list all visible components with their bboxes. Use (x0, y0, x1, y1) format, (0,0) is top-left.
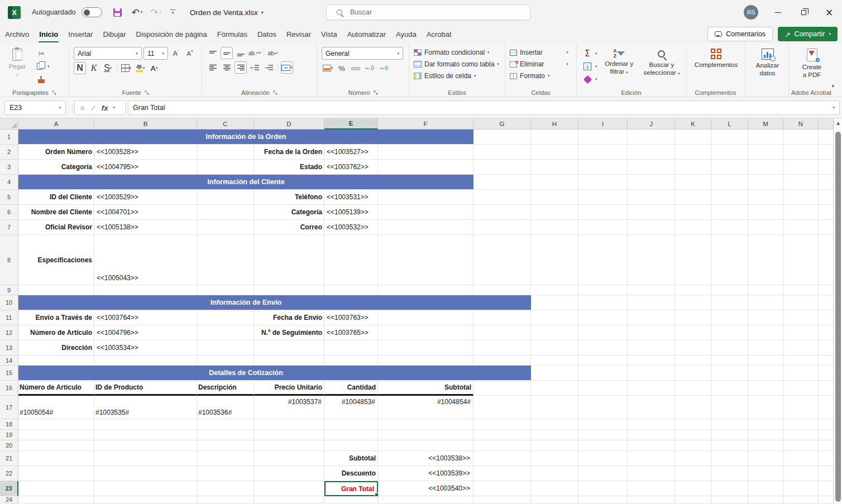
row-header-10[interactable]: 10 (0, 295, 18, 310)
find-select-button[interactable]: Buscar yseleccionar ▾ (641, 47, 682, 87)
cell-H17[interactable] (531, 396, 578, 419)
tab-formulas[interactable]: Fórmulas (212, 25, 252, 44)
format-as-table-button[interactable]: Dar formato como tabla▾ (414, 59, 501, 70)
increase-decimal-button[interactable]: ←.0 (363, 62, 376, 74)
cell-H12[interactable] (531, 325, 578, 340)
cell-D19[interactable] (254, 430, 324, 440)
cell-C16[interactable]: Descripción (197, 381, 254, 396)
cell-L16[interactable] (711, 381, 748, 396)
cell-N8[interactable] (783, 235, 819, 285)
cell-M17[interactable] (748, 396, 783, 419)
cell-E20[interactable] (324, 440, 378, 451)
row-header-12[interactable]: 12 (0, 325, 18, 340)
borders-button[interactable]: ▾ (120, 62, 132, 74)
cell-G14[interactable] (473, 356, 531, 366)
cell-C20[interactable] (197, 440, 254, 451)
cell-partial2[interactable] (819, 145, 834, 160)
minimize-button[interactable] (765, 0, 791, 25)
cell-E12[interactable]: <<1003765>> (324, 325, 378, 340)
cell-C11[interactable] (197, 310, 254, 325)
tab-vista[interactable]: Vista (316, 25, 342, 44)
cell-A5[interactable]: ID del Cliente (18, 190, 94, 205)
cell-I8[interactable] (578, 235, 628, 285)
row-header-17[interactable]: 17 (0, 396, 18, 419)
cell-J4[interactable] (628, 175, 675, 190)
cell-L5[interactable] (711, 190, 748, 205)
cell-F18[interactable] (378, 419, 473, 430)
cell-G19[interactable] (473, 430, 531, 440)
col-header-D[interactable]: D (254, 118, 324, 129)
cell-N1[interactable] (783, 129, 819, 145)
cell-L13[interactable] (711, 340, 748, 356)
cell-D3[interactable]: Estado (254, 160, 324, 175)
cell-E14[interactable] (324, 356, 378, 366)
cell-L12[interactable] (711, 325, 748, 340)
cell-N15[interactable] (783, 366, 819, 381)
cell-E24[interactable] (324, 496, 378, 503)
section-banner-row-15[interactable]: Detalles de Cotización (18, 366, 531, 381)
cell-A17[interactable]: #1005054# (18, 396, 94, 419)
section-banner-row-4[interactable]: Información del Cliente (18, 175, 473, 190)
close-button[interactable]: × (816, 0, 842, 25)
cell-J17[interactable] (628, 396, 675, 419)
cell-G21[interactable] (473, 451, 531, 466)
create-pdf-button[interactable]: Createa PDF (793, 47, 830, 87)
undo-button[interactable]: ↶▾ (132, 8, 143, 17)
cell-H5[interactable] (531, 190, 578, 205)
cell-G11[interactable] (473, 310, 531, 325)
decrease-decimal-button[interactable]: →.0 (377, 62, 390, 74)
cell-J14[interactable] (628, 356, 675, 366)
cell-C14[interactable] (197, 356, 254, 366)
row-header-5[interactable]: 5 (0, 190, 18, 205)
cell-J1[interactable] (628, 129, 675, 145)
cell-partial19[interactable] (819, 430, 834, 440)
name-box[interactable]: E23▾ (4, 100, 66, 115)
cell-J2[interactable] (628, 145, 675, 160)
cell-H4[interactable] (531, 175, 578, 190)
cell-I5[interactable] (578, 190, 628, 205)
cell-B6[interactable]: <<1004701>> (94, 205, 197, 220)
cell-J19[interactable] (628, 430, 675, 440)
cell-K20[interactable] (675, 440, 711, 451)
cell-M7[interactable] (748, 220, 783, 235)
cell-H18[interactable] (531, 419, 578, 430)
cell-E18[interactable] (324, 419, 378, 430)
cell-C13[interactable] (197, 340, 254, 356)
tab-disposicion[interactable]: Disposición de página (131, 25, 212, 44)
avatar[interactable]: RS (744, 5, 758, 20)
cell-I16[interactable] (578, 381, 628, 396)
cut-button[interactable]: ✂ (34, 47, 50, 60)
cell-I24[interactable] (578, 496, 628, 503)
cell-I18[interactable] (578, 419, 628, 430)
tab-archivo[interactable]: Archivo (0, 25, 34, 44)
cell-K15[interactable] (675, 366, 711, 381)
row-header-20[interactable]: 20 (0, 440, 18, 451)
orientation-button[interactable]: ab↗▾ (248, 47, 261, 59)
cell-A22[interactable] (18, 466, 94, 481)
cell-N20[interactable] (783, 440, 819, 451)
cell-J12[interactable] (628, 325, 675, 340)
cell-partial17[interactable] (819, 396, 834, 419)
cell-A14[interactable] (18, 356, 94, 366)
cell-H1[interactable] (531, 129, 578, 145)
cell-N6[interactable] (783, 205, 819, 220)
cell-D13[interactable] (254, 340, 324, 356)
collapse-ribbon-button[interactable]: ▾ (831, 83, 834, 89)
search-input[interactable]: Buscar (326, 4, 530, 20)
cell-F2[interactable] (378, 145, 473, 160)
col-header-N[interactable]: N (783, 118, 819, 129)
row-header-3[interactable]: 3 (0, 160, 18, 175)
cell-D20[interactable] (254, 440, 324, 451)
cell-M11[interactable] (748, 310, 783, 325)
col-header-A[interactable]: A (18, 118, 94, 129)
cell-I7[interactable] (578, 220, 628, 235)
cell-E16[interactable]: Cantidad (324, 381, 378, 396)
cell-partial13[interactable] (819, 340, 834, 356)
cell-I11[interactable] (578, 310, 628, 325)
insert-function-button[interactable]: fx (102, 104, 108, 112)
row-header-8[interactable]: 8 (0, 235, 18, 285)
tab-acrobat[interactable]: Acrobat (422, 25, 457, 44)
cell-B14[interactable] (94, 356, 197, 366)
cell-F11[interactable] (378, 310, 473, 325)
cell-H22[interactable] (531, 466, 578, 481)
